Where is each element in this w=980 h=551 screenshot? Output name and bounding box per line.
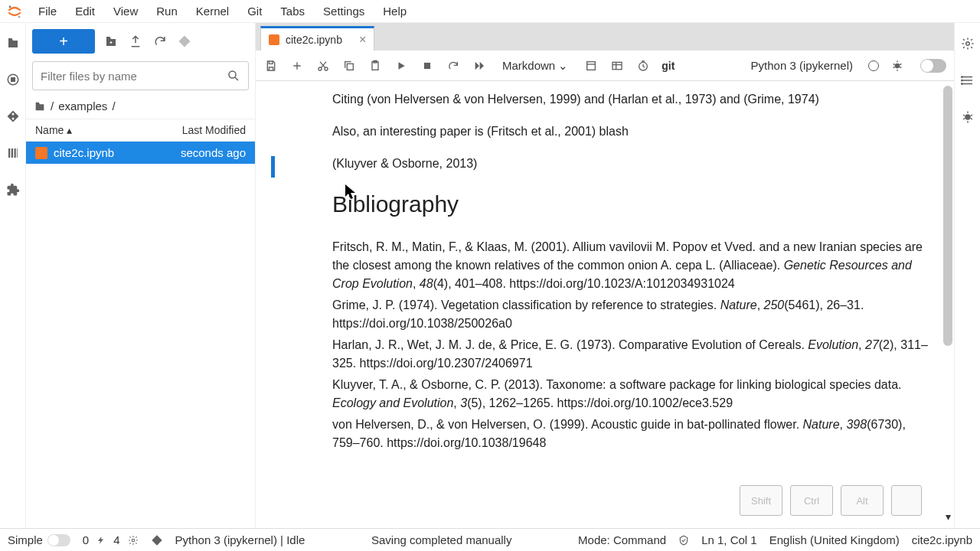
- restart-icon[interactable]: [446, 58, 461, 73]
- add-cell-icon[interactable]: [289, 58, 305, 73]
- shift-key: Shift: [740, 485, 782, 516]
- cell-paragraph: Also, an interesting paper is (Fritsch e…: [332, 122, 936, 141]
- debugger-icon[interactable]: [961, 110, 975, 124]
- paste-icon[interactable]: [368, 58, 383, 73]
- file-list-header[interactable]: Name▴ Last Modified: [26, 119, 255, 142]
- reference: Grime, J. P. (1974). Vegetation classifi…: [332, 296, 936, 333]
- file-browser: + / examples / Name▴ Last Modified cite2…: [26, 23, 256, 528]
- jupyter-logo: [6, 3, 23, 20]
- cell-marker: [271, 156, 275, 178]
- status-file[interactable]: cite2c.ipynb: [912, 533, 972, 546]
- tab-title: cite2c.ipynb: [286, 34, 342, 46]
- git-icon[interactable]: [5, 109, 21, 124]
- new-launcher-button[interactable]: +: [32, 29, 95, 54]
- folder-icon: [34, 100, 46, 112]
- svg-point-4: [229, 71, 236, 78]
- run-icon[interactable]: [394, 58, 409, 73]
- run-all-icon[interactable]: [472, 58, 487, 73]
- sort-asc-icon: ▴: [67, 124, 72, 136]
- breadcrumb-item[interactable]: examples: [58, 99, 107, 112]
- property-inspector-icon[interactable]: [961, 37, 975, 51]
- main-area: cite2c.ipynb × Markdown⌄ git Python 3 (i…: [256, 23, 954, 528]
- menu-view[interactable]: View: [104, 2, 147, 21]
- scroll-down-icon[interactable]: ▾: [943, 510, 952, 523]
- close-icon[interactable]: ×: [359, 33, 366, 47]
- running-icon[interactable]: [5, 72, 21, 87]
- svg-rect-10: [424, 62, 430, 68]
- reference: Kluyver, T. A., & Osborne, C. P. (2013).…: [332, 376, 936, 412]
- col-modified[interactable]: Last Modified: [182, 124, 246, 136]
- alt-key: Alt: [841, 485, 884, 516]
- notebook-toolbar: Markdown⌄ git Python 3 (ipykernel): [256, 51, 954, 81]
- file-filter-input[interactable]: [41, 70, 227, 83]
- clock-icon[interactable]: [635, 58, 651, 73]
- file-row[interactable]: cite2c.ipynb seconds ago: [26, 142, 255, 164]
- extensions-icon[interactable]: [5, 182, 21, 197]
- menu-help[interactable]: Help: [374, 2, 416, 21]
- status-save: Saving completed manually: [371, 533, 511, 546]
- toc-icon[interactable]: [5, 145, 21, 161]
- git-button[interactable]: git: [662, 60, 675, 72]
- kernel-status-icon[interactable]: [868, 60, 879, 71]
- git-init-icon[interactable]: [176, 33, 193, 50]
- debug-toggle[interactable]: [920, 59, 946, 73]
- notebook-icon: [269, 34, 279, 45]
- svg-rect-3: [11, 78, 15, 82]
- notebook-panel[interactable]: ▾ Citing (von Helversen & von Helversen,…: [256, 81, 954, 528]
- col-name[interactable]: Name: [35, 124, 64, 136]
- file-name: cite2c.ipynb: [54, 146, 114, 159]
- key-empty: [891, 485, 922, 516]
- status-kernel[interactable]: Python 3 (ipykernel) | Idle: [175, 533, 305, 546]
- stop-icon[interactable]: [420, 58, 435, 73]
- refresh-icon[interactable]: [152, 33, 168, 50]
- status-position[interactable]: Ln 1, Col 1: [701, 533, 757, 546]
- kernel-name[interactable]: Python 3 (ipykernel): [751, 59, 853, 72]
- tab-cite2c[interactable]: cite2c.ipynb ×: [260, 26, 374, 51]
- scrollbar-thumb[interactable]: [943, 86, 952, 346]
- menu-edit[interactable]: Edit: [66, 2, 104, 21]
- cell-paragraph: (Kluyver & Osborne, 2013): [332, 155, 936, 173]
- menu-tabs[interactable]: Tabs: [271, 2, 314, 21]
- ctrl-key: Ctrl: [790, 485, 833, 516]
- file-modified: seconds ago: [181, 146, 246, 159]
- key-monitor: Shift Ctrl Alt: [740, 485, 922, 516]
- notebook-trust-icon[interactable]: [678, 535, 689, 546]
- notebook-icon: [35, 147, 47, 159]
- upload-icon[interactable]: [127, 33, 144, 50]
- debug-icon[interactable]: [890, 58, 905, 73]
- render-icon[interactable]: [583, 58, 599, 73]
- menu-git[interactable]: Git: [238, 2, 271, 21]
- reference: von Helversen, D., & von Helversen, O. (…: [332, 416, 936, 452]
- file-browser-icon[interactable]: [5, 35, 21, 51]
- svg-point-18: [961, 83, 962, 85]
- menu-settings[interactable]: Settings: [314, 2, 374, 21]
- menu-kernel[interactable]: Kernel: [187, 2, 238, 21]
- svg-point-14: [895, 63, 900, 68]
- activity-bar: [0, 23, 26, 528]
- status-bar: Simple 0 4 Python 3 (ipykernel) | Idle S…: [0, 528, 980, 551]
- menu-run[interactable]: Run: [147, 2, 187, 21]
- menu-file[interactable]: File: [29, 2, 66, 21]
- copy-icon[interactable]: [341, 58, 357, 73]
- markdown-cell[interactable]: Citing (von Helversen & von Helversen, 1…: [263, 90, 936, 452]
- status-language[interactable]: English (United Kingdom): [769, 533, 900, 546]
- breadcrumb[interactable]: / examples /: [26, 95, 255, 119]
- bibliography-heading: Bibliography: [332, 187, 936, 221]
- breadcrumb-sep: /: [51, 99, 54, 112]
- gear-icon[interactable]: [128, 535, 139, 546]
- git-status-icon[interactable]: [151, 534, 163, 546]
- cell-type-select[interactable]: Markdown⌄: [502, 59, 568, 73]
- reference: Fritsch, R. M., Matin, F., & Klaas, M. (…: [332, 238, 936, 293]
- new-folder-icon[interactable]: [103, 33, 119, 50]
- svg-rect-7: [347, 64, 353, 70]
- command-icon[interactable]: [609, 58, 625, 73]
- status-terminals[interactable]: 0: [83, 533, 89, 546]
- file-filter[interactable]: [32, 61, 249, 90]
- lightning-icon: [96, 535, 106, 546]
- status-kernels[interactable]: 4: [113, 533, 119, 546]
- save-icon[interactable]: [263, 58, 279, 73]
- toc-right-icon[interactable]: [961, 73, 975, 87]
- simple-mode-toggle[interactable]: Simple: [8, 533, 70, 546]
- svg-point-0: [9, 5, 11, 8]
- cut-icon[interactable]: [315, 58, 331, 73]
